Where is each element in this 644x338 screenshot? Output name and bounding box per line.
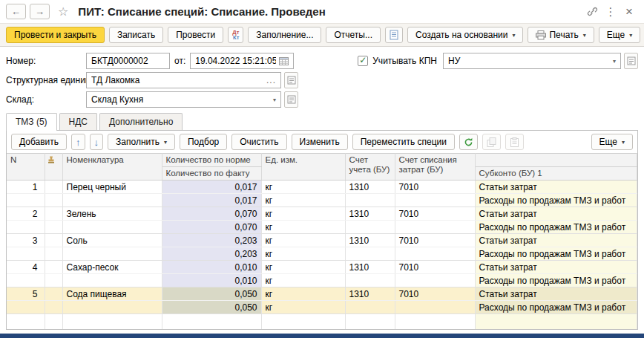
cell-subconto2[interactable]: Расходы по продажам ТМЗ и работ	[475, 221, 637, 234]
cell-account[interactable]: 1310	[345, 234, 395, 247]
cell-unit[interactable]: кг	[261, 261, 345, 274]
cell-unit[interactable]: кг	[261, 207, 345, 221]
cell-subconto1[interactable]: Статьи затрат	[475, 261, 637, 274]
fill-button[interactable]: Заполнить ▾	[108, 134, 175, 150]
kpn-open-button[interactable]	[624, 53, 638, 69]
cell-expense-account[interactable]: 7010	[395, 261, 475, 274]
cell-marker[interactable]	[45, 234, 62, 247]
table-row-line2[interactable]: 0,203 кг Расходы по продажам ТМЗ и работ	[7, 247, 637, 261]
copy-rows-button[interactable]	[482, 134, 501, 150]
kpn-checkbox[interactable]: ✓	[358, 56, 368, 66]
cell-expense-account[interactable]: 7010	[395, 234, 475, 247]
cell-marker[interactable]	[45, 287, 62, 301]
table-row[interactable]: 5 Сода пищевая 0,050 кг 1310 7010 Статьи…	[7, 287, 637, 301]
cell-account[interactable]: 1310	[345, 207, 395, 221]
back-button[interactable]: ←	[6, 4, 26, 19]
cell-qty-norm[interactable]: 0,050	[162, 287, 261, 301]
structural-unit-input[interactable]: ТД Лакомка ...	[86, 72, 281, 88]
table-row[interactable]: 3 Соль 0,203 кг 1310 7010 Статьи затрат	[7, 234, 637, 247]
cell-qty-norm[interactable]: 0,203	[162, 234, 261, 247]
filling-button[interactable]: Заполнение...	[248, 27, 321, 43]
cell-qty-fact[interactable]: 0,203	[162, 247, 261, 261]
move-spices-button[interactable]: Переместить специи	[352, 134, 455, 150]
cell-qty-norm[interactable]: 0,070	[162, 207, 261, 221]
cell-row-number[interactable]: 4	[7, 261, 45, 274]
kpn-select[interactable]: НУ ▾	[443, 53, 621, 69]
table-row-line2[interactable]: 0,070 кг Расходы по продажам ТМЗ и работ	[7, 221, 637, 234]
favorite-star-icon[interactable]: ☆	[58, 4, 68, 19]
move-up-button[interactable]: ↑	[71, 134, 85, 150]
add-row-button[interactable]: Добавить	[11, 134, 67, 150]
cell-unit[interactable]: кг	[261, 221, 345, 234]
tab-tmz[interactable]: ТМЗ (5)	[6, 113, 57, 131]
cell-row-number[interactable]: 5	[7, 287, 45, 301]
cell-expense-account[interactable]: 7010	[395, 181, 475, 194]
cell-unit[interactable]: кг	[261, 247, 345, 261]
post-button[interactable]: Провести	[168, 27, 223, 43]
cell-nomenclature[interactable]: Сода пищевая	[62, 287, 162, 301]
table-row[interactable]: 2 Зелень 0,070 кг 1310 7010 Статьи затра…	[7, 207, 637, 221]
reports-button[interactable]: Отчеты...	[326, 27, 380, 43]
kpn-label[interactable]: Учитывать КПН	[372, 56, 437, 66]
tab-additional[interactable]: Дополнительно	[99, 113, 183, 130]
number-input[interactable]: БКТД0000002	[86, 53, 170, 69]
cell-subconto1[interactable]: Статьи затрат	[475, 234, 637, 247]
clear-button[interactable]: Очистить	[231, 134, 286, 150]
write-button[interactable]: Записать	[109, 27, 163, 43]
chevron-down-icon[interactable]: ▾	[273, 97, 276, 103]
link-icon[interactable]	[585, 4, 599, 19]
document-structure-button[interactable]	[385, 27, 403, 43]
change-button[interactable]: Изменить	[292, 134, 348, 150]
cell-subconto1[interactable]: Статьи затрат	[475, 181, 637, 194]
cell-unit[interactable]: кг	[261, 301, 345, 314]
cell-subconto1[interactable]: Статьи затрат	[475, 207, 637, 221]
cell-account[interactable]: 1310	[345, 261, 395, 274]
cell-expense-account[interactable]: 7010	[395, 287, 475, 301]
cell-qty-norm[interactable]: 0,010	[162, 261, 261, 274]
cell-subconto2[interactable]: Расходы по продажам ТМЗ и работ	[475, 194, 637, 207]
window-menu-icon[interactable]: ⋮	[603, 4, 618, 19]
choose-button[interactable]: ...	[266, 77, 276, 83]
cell-subconto2[interactable]: Расходы по продажам ТМЗ и работ	[475, 274, 637, 287]
cell-expense-account[interactable]: 7010	[395, 207, 475, 221]
refresh-button[interactable]	[459, 134, 478, 150]
cell-unit[interactable]: кг	[261, 274, 345, 287]
forward-button[interactable]: →	[30, 4, 50, 19]
calendar-icon[interactable]	[279, 56, 289, 65]
table-more-button[interactable]: Еще ▾	[591, 134, 633, 150]
cell-subconto2[interactable]: Расходы по продажам ТМЗ и работ	[475, 247, 637, 261]
table-row-line2[interactable]: 0,010 кг Расходы по продажам ТМЗ и работ	[7, 274, 637, 287]
date-input[interactable]: 19.04.2022 15:21:05	[190, 53, 294, 69]
cell-marker[interactable]	[45, 261, 62, 274]
cell-unit[interactable]: кг	[261, 194, 345, 207]
cell-unit[interactable]: кг	[261, 181, 345, 194]
cell-marker[interactable]	[45, 181, 62, 194]
paste-rows-button[interactable]	[505, 134, 524, 150]
cell-marker[interactable]	[45, 207, 62, 221]
warehouse-input[interactable]: Склад Кухня ▾	[86, 91, 281, 108]
chevron-down-icon[interactable]: ▾	[613, 58, 616, 65]
table-row-line2[interactable]: 0,050 кг Расходы по продажам ТМЗ и работ	[7, 301, 637, 314]
cell-account[interactable]: 1310	[345, 287, 395, 301]
warehouse-open-button[interactable]	[284, 91, 298, 108]
cell-qty-fact[interactable]: 0,010	[162, 274, 261, 287]
cell-row-number[interactable]: 1	[7, 181, 45, 194]
table-row[interactable]: 1 Перец черный 0,017 кг 1310 7010 Статьи…	[7, 181, 637, 194]
cell-unit[interactable]: кг	[261, 287, 345, 301]
cell-account[interactable]: 1310	[345, 181, 395, 194]
selection-button[interactable]: Подбор	[180, 134, 227, 150]
dtkt-postings-button[interactable]: ДтКт	[228, 27, 243, 43]
tab-nds[interactable]: НДС	[59, 113, 97, 130]
table-row-line2[interactable]: 0,017 кг Расходы по продажам ТМЗ и работ	[7, 194, 637, 207]
cell-qty-fact[interactable]: 0,017	[162, 194, 261, 207]
move-down-button[interactable]: ↓	[90, 134, 104, 150]
close-icon[interactable]: ×	[622, 4, 637, 19]
cell-nomenclature[interactable]: Зелень	[62, 207, 162, 221]
more-button[interactable]: Еще ▾	[599, 27, 640, 43]
cell-row-number[interactable]: 2	[7, 207, 45, 221]
print-button[interactable]: Печать ▾	[528, 27, 594, 43]
post-and-close-button[interactable]: Провести и закрыть	[6, 27, 105, 43]
cell-qty-fact[interactable]: 0,070	[162, 221, 261, 234]
cell-subconto2[interactable]: Расходы по продажам ТМЗ и работ	[475, 301, 637, 314]
table-row[interactable]: 4 Сахар-песок 0,010 кг 1310 7010 Статьи …	[7, 261, 637, 274]
